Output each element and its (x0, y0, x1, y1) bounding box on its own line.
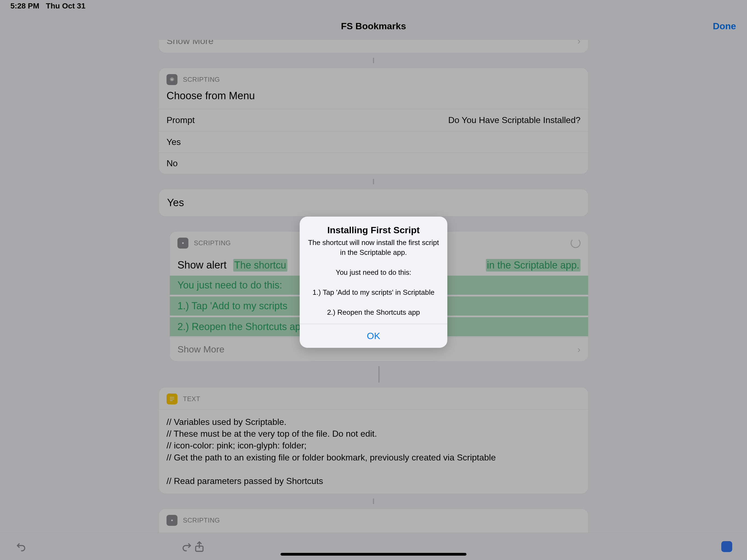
alert-ok-button[interactable]: OK (300, 324, 447, 348)
alert-dialog: Installing First Script The shortcut wil… (300, 217, 447, 348)
alert-title: Installing First Script (300, 217, 447, 238)
alert-message: The shortcut will now install the first … (300, 238, 447, 324)
home-indicator (281, 553, 466, 556)
